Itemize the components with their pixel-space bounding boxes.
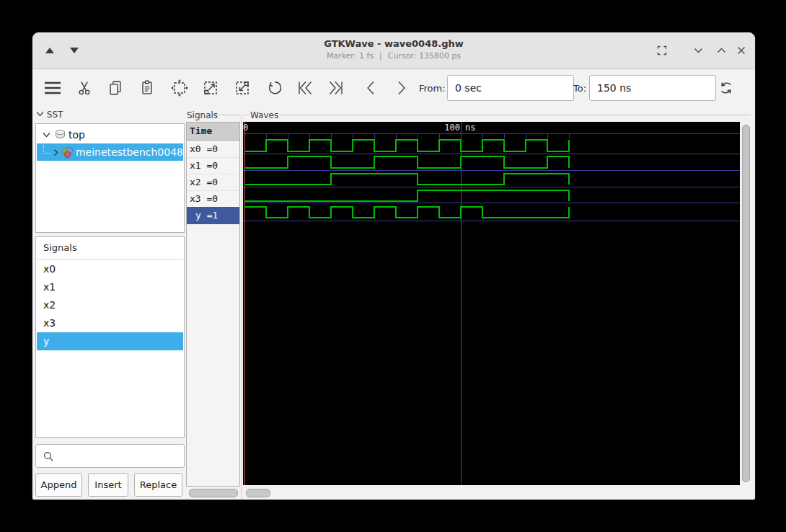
signal-row-x3[interactable]: x3 =0 [187,190,239,208]
chevron-up-icon [717,46,726,55]
expander-right-icon[interactable] [53,148,58,156]
cut-button[interactable] [74,77,95,99]
insert-button[interactable]: Insert [88,473,128,497]
marker-status: Marker: 1 fs [327,51,374,61]
menu-button[interactable] [42,77,63,99]
to-input[interactable] [589,75,716,101]
zoom-in-icon [201,79,220,97]
frame-divider [218,115,240,115]
chevron-down-icon [694,46,703,55]
window-status: Marker: 1 fs|Cursor: 135800 ps [177,51,611,61]
triangle-up-icon [45,48,54,53]
zoom-in-button[interactable] [200,77,221,99]
append-button[interactable]: Append [35,473,82,497]
time-header: Time [187,123,239,141]
toolbar: From: To: [32,69,755,107]
expander-down-icon [36,111,44,117]
pane-splitter[interactable] [241,115,242,500]
shift-right-button[interactable] [391,77,412,99]
close-icon [737,46,746,55]
cursor-status: Cursor: 135800 ps [388,51,461,61]
expander-down-icon[interactable] [43,132,50,138]
svg-text:0: 0 [243,123,248,133]
close-button[interactable] [733,43,749,58]
svg-text:100: 100 [444,123,460,133]
facility-item-x1[interactable]: x1 [37,278,183,296]
undo-icon [265,79,283,97]
facility-item-x0[interactable]: x0 [37,260,183,278]
minimize-button[interactable] [690,43,706,58]
frame-divider [243,115,249,115]
copy-button[interactable] [105,77,126,99]
facility-item-x2[interactable]: x2 [37,296,183,314]
from-input[interactable] [447,75,574,101]
pane-up-button[interactable] [42,43,58,58]
module-icon [62,147,72,158]
signal-search [35,444,185,468]
tree-item-label: top [69,129,85,141]
menu-icon [43,79,63,97]
status-separator: | [379,51,382,61]
skip-to-start-button[interactable] [294,77,316,99]
titlebar: GTKWave - wave0048.ghw Marker: 1 fs|Curs… [32,32,755,69]
maximize-icon [657,45,667,56]
zoom-out-icon [233,79,252,97]
frame-divider [280,115,751,115]
undo-button[interactable] [263,77,285,99]
tree-item-top[interactable]: top [37,126,183,143]
pane-down-button[interactable] [66,43,82,58]
signal-row-x1[interactable]: x1 =0 [187,157,239,174]
skip-end-icon [327,79,345,97]
wave-vertical-scrollbar[interactable] [742,125,750,482]
zoom-out-button[interactable] [231,77,253,99]
tree-branch-line [43,145,51,154]
zoom-fit-icon [170,79,189,97]
paste-clipboard-icon [138,79,156,97]
waves-frame-label: Waves [250,110,278,120]
chevron-left-icon [362,79,379,97]
from-label: From: [419,83,446,94]
restore-button[interactable] [713,43,729,58]
sst-tree: top meinetestbench0048 [35,123,185,233]
copy-icon [107,79,124,97]
skip-start-icon [296,79,314,97]
signal-column-hscrollbar[interactable] [189,489,238,497]
signal-row-y[interactable]: y =1 [187,207,239,224]
tree-item-label: meinetestbench0048 [76,146,183,158]
skip-to-end-button[interactable] [325,77,347,99]
facility-item-x3[interactable]: x3 [37,314,183,332]
signal-name-column: Time x0 =0 x1 =0 x2 =0 x3 =0 y =1 [186,122,240,487]
maximize-button[interactable] [654,43,670,58]
svg-text:ns: ns [465,123,475,133]
reload-icon [717,79,736,97]
signal-row-x2[interactable]: x2 =0 [187,174,239,191]
to-label: To: [573,83,586,94]
waveform-plot: 0100ns [243,122,740,485]
scope-icon [56,130,65,140]
replace-button[interactable]: Replace [134,473,182,497]
sst-frame-label: SST [36,110,63,120]
gtkwave-window: GTKWave - wave0048.ghw Marker: 1 fs|Curs… [32,32,756,500]
reload-button[interactable] [715,77,737,99]
cut-scissors-icon [76,79,93,97]
wave-hscrollbar[interactable] [246,489,270,497]
signal-row-x0[interactable]: x0 =0 [187,141,239,158]
shift-left-button[interactable] [360,77,381,99]
facility-list: Signals x0 x1 x2 x3 y [35,236,185,438]
wave-canvas[interactable]: 0100ns [243,122,740,485]
tree-item-meinetestbench0048[interactable]: meinetestbench0048 [37,143,183,161]
window-title: GTKWave - wave0048.ghw [177,38,611,49]
signals-frame-label: Signals [187,110,218,120]
zoom-fit-button[interactable] [169,77,190,99]
search-input[interactable] [58,450,184,462]
paste-button[interactable] [136,77,158,99]
facility-list-header: Signals [37,237,183,260]
facility-item-y[interactable]: y [37,332,183,350]
chevron-right-icon [393,79,410,97]
triangle-down-icon [70,48,79,53]
main-content: SST top meinetestbench0048 Sign [32,107,755,500]
search-icon [43,451,54,462]
